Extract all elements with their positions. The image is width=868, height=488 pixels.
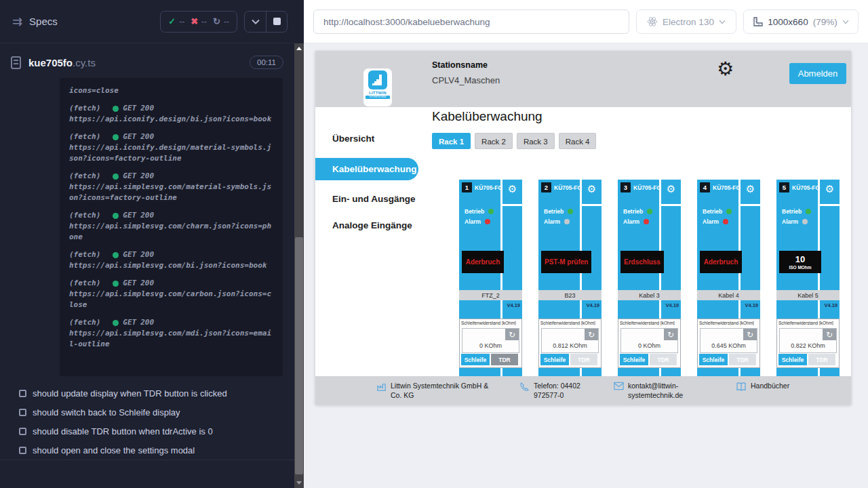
spec-row[interactable]: kue705fo.cy.ts 00:11 [0,50,294,75]
test-checkbox-icon [19,409,26,416]
measurement-display: ↻ 0 KOhm [620,328,678,353]
status-unit: ISO MOhm [789,265,811,270]
settings-gear-icon[interactable]: ⚙ [717,60,734,79]
tdr-button[interactable]: TDR [808,354,835,365]
footer-email[interactable]: kontakt@littwin-systemtechnik.de [614,381,686,400]
url-input[interactable] [313,9,629,34]
tdr-button[interactable]: TDR [729,354,756,365]
cable-name: Kabel 4 [697,290,760,300]
status-ok-dot-icon [113,252,119,258]
card-settings-gear-icon[interactable]: ⚙ [502,184,522,194]
log-url: https://api.iconify.design/bi.json?icons… [69,114,273,125]
device-model: KÜ705-FO [633,184,661,191]
tdr-button[interactable]: TDR [570,354,597,365]
refresh-icon[interactable]: ↻ [585,329,598,340]
betrieb-label: Betrieb [465,208,484,215]
refresh-icon[interactable]: ↻ [823,329,836,340]
page: ⇉ Specs ✓-- ✖-- ↻-- kue705fo.cy.ts 00:11 [0,0,868,488]
alarm-label: Alarm [544,218,560,225]
test-item[interactable]: should disable TDR button when tdrActive… [0,422,294,441]
card-settings-gear-icon[interactable]: ⚙ [741,184,760,194]
betrieb-led-icon [488,209,494,214]
tdr-button[interactable]: TDR [650,354,677,365]
stat-passed: ✓-- [168,16,184,26]
schleife-button[interactable]: Schleife [620,354,648,365]
sidebar-item[interactable]: Ein- und Ausgänge [315,192,420,207]
schleife-button[interactable]: Schleife [699,354,728,365]
logout-button[interactable]: Abmelden [789,63,846,84]
viewport-select[interactable]: 1000x660 (79%) [743,9,859,34]
measurement-value: 0.822 KOhm [780,342,836,349]
scroll-down-arrow-icon[interactable] [296,481,302,485]
log-url: https://api.simplesvg.com/carbon.json?ic… [69,289,273,310]
schleife-button[interactable]: Schleife [540,354,569,365]
browser-select[interactable]: Electron 130 [636,9,736,34]
status-ok-dot-icon [113,320,119,326]
test-item[interactable]: should switch back to Schleife display [0,403,294,422]
refresh-icon[interactable]: ↻ [664,329,677,340]
runner-header: ⇉ Specs ✓-- ✖-- ↻-- [0,0,294,43]
card-settings-gear-icon[interactable]: ⚙ [661,184,681,194]
refresh-icon[interactable]: ↻ [743,329,757,340]
test-label: should switch back to Schleife display [33,407,180,418]
card-settings-gear-icon[interactable]: ⚙ [820,184,840,194]
scrollbar-thumb[interactable] [295,237,303,474]
schleife-button[interactable]: Schleife [461,354,490,365]
status-display: Erdschluss [620,251,664,273]
browser-toolbar: Electron 130 1000x660 (79%) [304,0,868,43]
network-log-entry[interactable]: icons=close [69,85,273,96]
test-checkbox-icon [19,428,26,435]
scroll-up-arrow-icon[interactable] [296,47,302,50]
page-title: Kabelüberwachung [432,109,542,124]
status-ok-dot-icon [113,174,119,180]
network-log-entry[interactable]: (fetch) GET 200 https://api.simplesvg.co… [69,317,273,350]
network-log-entry[interactable]: (fetch) GET 200 https://api.iconify.desi… [69,131,273,164]
network-log-entry[interactable]: (fetch) GET 200 https://api.simplesvg.co… [69,210,273,243]
status-display: 10 ISO MOhm [779,251,821,273]
schleife-button[interactable]: Schleife [778,354,807,365]
status-ok-dot-icon [113,106,119,112]
measurement-display: ↻ 0.822 KOhm [779,328,837,353]
sidebar-item[interactable]: Übersicht [315,131,420,146]
alarm-label: Alarm [703,218,719,225]
firmware-version: V4.19 [665,302,679,308]
collapse-runs-button[interactable] [245,12,266,32]
logo-text: LITTWIN [363,91,392,95]
log-url: https://api.simplesvg.com/material-symbo… [69,182,273,203]
test-item[interactable]: should open and close the settings modal [0,441,294,460]
alarm-label: Alarm [465,218,481,225]
chevron-down-icon [842,20,849,24]
measurement-value: 0 KOhm [462,342,519,349]
betrieb-label: Betrieb [623,208,643,215]
test-item[interactable]: should update display when TDR button is… [0,384,294,403]
runner-scrollbar[interactable] [294,43,304,488]
network-log-entry[interactable]: (fetch) GET 200 https://api.simplesvg.co… [69,249,273,271]
alarm-led-icon [644,219,649,224]
logo-subtext: SYSTEMTECHNIK [366,96,390,99]
aut-stage: LITTWIN SYSTEMTECHNIK Stationsname CPLV4… [304,43,868,488]
test-list: should update display when TDR button is… [0,384,294,460]
rack-tab[interactable]: Rack 1 [432,133,471,149]
tdr-button[interactable]: TDR [491,354,518,365]
status-ok-dot-icon [113,213,119,219]
measurement-value: 0.812 KOhm [542,342,598,349]
rack-tab[interactable]: Rack 4 [559,133,597,149]
network-log-entry[interactable]: (fetch) GET 200 https://api.iconify.desi… [69,103,273,125]
measurement-panel: Schleifenwiderstand [kOhm] ↻ 0.812 KOhm … [538,319,601,368]
station-label: Stationsname [432,60,500,70]
sidebar-item[interactable]: Analoge Eingänge [315,218,420,233]
network-log-entry[interactable]: (fetch) GET 200 https://api.simplesvg.co… [69,171,273,203]
stop-button[interactable] [266,12,287,32]
measurement-panel: Schleifenwiderstand [kOhm] ↻ 0 KOhm Schl… [618,319,681,368]
footer-manuals-link[interactable]: Handbücher [736,381,789,392]
sidebar-item[interactable]: Kabelüberwachung [315,158,418,180]
refresh-icon[interactable]: ↻ [505,329,519,340]
rack-tab[interactable]: Rack 2 [475,133,513,149]
card-settings-gear-icon[interactable]: ⚙ [582,184,601,194]
network-log-entry[interactable]: (fetch) GET 200 https://api.simplesvg.co… [69,278,273,310]
measurement-value: 0 KOhm [621,342,677,349]
footer-company: Littwin Systemtechnik GmbH & Co. KG [376,381,496,400]
firmware-version: V4.19 [824,302,837,308]
specs-menu-icon[interactable]: ⇉ [12,14,22,29]
rack-tab[interactable]: Rack 3 [517,133,555,149]
